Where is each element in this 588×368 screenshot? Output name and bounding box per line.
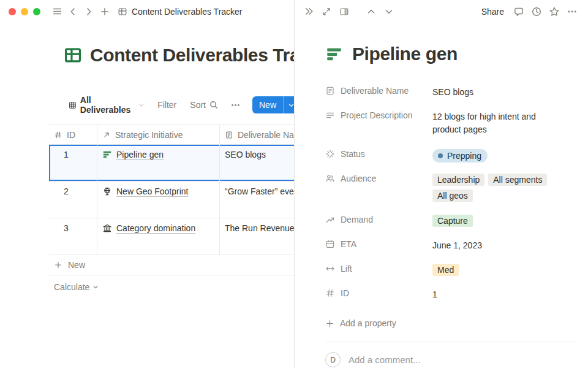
view-selector[interactable]: All Deliverables bbox=[69, 95, 144, 115]
page-link-category-domination[interactable]: Category domination bbox=[102, 223, 195, 233]
add-property-label: Add a property bbox=[340, 318, 396, 328]
sidebar-menu-button[interactable] bbox=[49, 4, 65, 20]
property-value[interactable]: Capture bbox=[432, 212, 562, 228]
property-value[interactable]: Leadership All segments All geos bbox=[432, 171, 562, 202]
table-row[interactable]: 3 Category domination The Run Revenue S bbox=[49, 218, 295, 255]
traffic-lights bbox=[6, 8, 43, 15]
filter-button[interactable]: Filter bbox=[157, 100, 176, 110]
property-label[interactable]: Lift bbox=[325, 261, 432, 274]
close-peek-button[interactable] bbox=[301, 4, 317, 20]
comment-section: D Add a comment... bbox=[325, 342, 578, 367]
property-value[interactable]: June 1, 2023 bbox=[432, 236, 562, 252]
property-label[interactable]: Demand bbox=[325, 212, 432, 224]
table-header-row: ID Strategic Initiative Deliverable Name bbox=[49, 125, 295, 145]
open-full-page-button[interactable] bbox=[318, 4, 334, 20]
select-pill-med[interactable]: Med bbox=[432, 264, 459, 276]
cell-initiative[interactable]: Pipeline gen bbox=[97, 145, 219, 181]
page-title[interactable]: Content Deliverables Tracker bbox=[90, 45, 295, 66]
globe-icon bbox=[102, 186, 112, 196]
table-new-row-button[interactable]: New bbox=[49, 255, 295, 275]
tag-leadership[interactable]: Leadership bbox=[432, 174, 484, 186]
record-title[interactable]: Pipeline gen bbox=[352, 44, 458, 64]
cell-initiative[interactable]: Category domination bbox=[97, 218, 219, 255]
sort-button[interactable]: Sort bbox=[190, 100, 206, 110]
column-header-deliverable[interactable]: Deliverable Name bbox=[219, 125, 295, 144]
updates-history-button[interactable] bbox=[529, 4, 545, 20]
property-row-project-description: Project Description 12 blogs for high in… bbox=[325, 107, 578, 136]
table-row[interactable]: 2 New Geo Footprint “Grow Faster” eve bbox=[49, 182, 295, 218]
panel-topbar: Share bbox=[295, 0, 588, 23]
zoom-window-button[interactable] bbox=[33, 8, 40, 15]
record-page: Pipeline gen Deliverable Name SEO blogs bbox=[295, 23, 588, 368]
title-doc-icon bbox=[325, 86, 335, 96]
property-name: Demand bbox=[341, 215, 373, 224]
status-pill-prepping[interactable]: Prepping bbox=[432, 149, 488, 163]
cell-deliverable[interactable]: SEO blogs bbox=[219, 145, 295, 181]
star-icon bbox=[549, 6, 560, 17]
property-value[interactable]: 12 blogs for high intent and product pag… bbox=[432, 107, 562, 136]
calculate-button[interactable]: Calculate bbox=[54, 282, 99, 292]
chevron-down-icon bbox=[138, 102, 144, 109]
breadcrumb[interactable]: Content Deliverables Tracker bbox=[118, 7, 243, 17]
new-record-button[interactable]: New bbox=[252, 96, 295, 113]
cell-id[interactable]: 3 bbox=[49, 218, 97, 255]
column-header-id[interactable]: ID bbox=[49, 125, 97, 144]
forward-button[interactable] bbox=[81, 4, 97, 20]
cell-deliverable[interactable]: “Grow Faster” eve bbox=[219, 182, 295, 218]
property-value[interactable]: 1 bbox=[432, 285, 562, 301]
table-row[interactable]: 1 Pipeline gen SEO blogs bbox=[49, 145, 295, 182]
property-label[interactable]: ID bbox=[325, 285, 432, 298]
minimize-window-button[interactable] bbox=[21, 8, 28, 15]
search-view-button[interactable] bbox=[206, 97, 222, 113]
property-name: Lift bbox=[341, 264, 352, 274]
cell-id[interactable]: 2 bbox=[49, 182, 97, 218]
new-page-button[interactable] bbox=[97, 4, 113, 20]
comments-button[interactable] bbox=[511, 4, 527, 20]
back-button[interactable] bbox=[65, 4, 81, 20]
share-button[interactable]: Share bbox=[477, 5, 509, 18]
page-link-label: New Geo Footprint bbox=[116, 186, 189, 196]
tag-all-geos[interactable]: All geos bbox=[432, 190, 473, 202]
chevron-down-icon bbox=[288, 102, 295, 109]
record-header: Pipeline gen bbox=[325, 44, 578, 64]
favorite-button[interactable] bbox=[546, 4, 562, 20]
calculate-label: Calculate bbox=[54, 282, 89, 292]
property-label[interactable]: ETA bbox=[325, 236, 432, 249]
side-peek-toggle-button[interactable] bbox=[336, 4, 352, 20]
next-record-button[interactable] bbox=[381, 4, 397, 20]
side-peek-icon bbox=[339, 7, 349, 17]
property-label[interactable]: Audience bbox=[325, 171, 432, 183]
page-options-button[interactable] bbox=[564, 4, 580, 20]
green-bars-icon bbox=[102, 150, 112, 159]
property-value[interactable]: Med bbox=[432, 261, 562, 277]
new-record-dropdown[interactable] bbox=[283, 96, 295, 113]
record-emoji-green-bars-icon[interactable] bbox=[325, 45, 343, 63]
cell-deliverable[interactable]: The Run Revenue S bbox=[219, 218, 295, 255]
property-label[interactable]: Project Description bbox=[325, 107, 432, 120]
close-window-button[interactable] bbox=[9, 8, 16, 15]
chevron-left-icon bbox=[68, 7, 78, 17]
page-link-pipeline-gen[interactable]: Pipeline gen bbox=[102, 150, 164, 159]
page-link-new-geo-footprint[interactable]: New Geo Footprint bbox=[102, 186, 189, 196]
property-label[interactable]: Status bbox=[325, 146, 432, 159]
page-emoji-table-icon[interactable] bbox=[64, 46, 82, 64]
cell-id[interactable]: 1 bbox=[49, 145, 97, 181]
status-dot bbox=[438, 153, 443, 158]
add-comment-input[interactable]: Add a comment... bbox=[349, 355, 421, 365]
property-value[interactable]: SEO blogs bbox=[432, 83, 562, 99]
arrow-up-right-icon bbox=[102, 131, 111, 139]
property-value[interactable]: Prepping bbox=[432, 146, 562, 163]
view-options-button[interactable] bbox=[228, 97, 244, 113]
view-toolbar: All Deliverables Filter Sort New bbox=[69, 95, 295, 115]
new-record-label: New bbox=[252, 96, 283, 113]
add-property-button[interactable]: Add a property bbox=[325, 310, 578, 332]
property-label[interactable]: Deliverable Name bbox=[325, 83, 432, 96]
tag-all-segments[interactable]: All segments bbox=[488, 174, 547, 186]
new-row-label: New bbox=[68, 260, 85, 270]
cell-initiative[interactable]: New Geo Footprint bbox=[97, 182, 219, 218]
select-pill-capture[interactable]: Capture bbox=[432, 215, 473, 227]
column-header-initiative[interactable]: Strategic Initiative bbox=[97, 125, 219, 144]
property-row-eta: ETA June 1, 2023 bbox=[325, 236, 578, 257]
previous-record-button[interactable] bbox=[363, 4, 379, 20]
main-pane: Content Deliverables Tracker Content Del… bbox=[0, 0, 295, 368]
